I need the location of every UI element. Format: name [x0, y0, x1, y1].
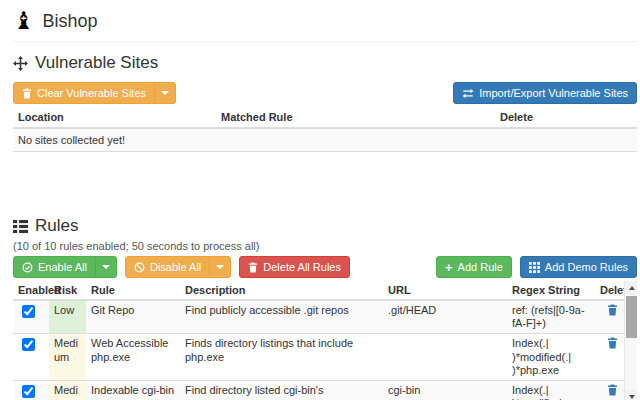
rule-risk-cell: Medium [49, 380, 86, 400]
column-header-url: URL [383, 281, 507, 300]
th-grid-icon [529, 262, 540, 273]
clear-vulnerable-sites-button-group: Clear Vulnerable Sites [13, 82, 176, 104]
rule-name-cell: Git Repo [86, 300, 180, 334]
move-icon [13, 56, 28, 71]
vulnerable-sites-title: Vulnerable Sites [35, 53, 158, 73]
rules-summary: (10 of 10 rules enabled; 50 seconds to p… [13, 240, 637, 252]
delete-rule-button[interactable] [607, 337, 618, 352]
column-header-delete: Delete [595, 281, 624, 300]
rule-description-cell: Finds directory listings that include ph… [180, 334, 383, 381]
add-demo-rules-label: Add Demo Rules [545, 260, 628, 274]
rules-heading: Rules [13, 216, 637, 236]
column-header-matched-rule: Matched Rule [216, 107, 495, 128]
rules-scrollbar[interactable] [624, 281, 637, 400]
column-header-regex-string: Regex String [507, 281, 595, 300]
caret-down-icon [161, 91, 169, 95]
vulnerable-sites-header-row: Location Matched Rule Delete [13, 107, 637, 128]
app-header: ♝ Bishop [13, 10, 637, 32]
import-export-vulnerable-sites-button[interactable]: Import/Export Vulnerable Sites [453, 82, 637, 104]
scrollbar-up-button[interactable] [625, 281, 637, 294]
scrollbar-thumb[interactable] [626, 296, 637, 338]
rule-delete-cell [595, 380, 624, 400]
enable-all-label: Enable All [38, 260, 87, 274]
clear-vulnerable-sites-label: Clear Vulnerable Sites [37, 86, 146, 100]
rule-name-cell: Indexable cgi-bin [86, 380, 180, 400]
rule-regex-cell: ref: (refs|[0-9a-fA-F]+) [507, 300, 595, 334]
trash-icon [22, 88, 32, 99]
disable-all-button-group: Disable All [125, 256, 231, 278]
disable-all-caret-button[interactable] [209, 256, 231, 278]
vulnerable-sites-heading: Vulnerable Sites [13, 53, 637, 73]
ok-circle-icon [22, 262, 33, 273]
rule-name-cell: Web Accessible php.exe [86, 334, 180, 381]
scrollbar-down-button[interactable] [625, 390, 637, 400]
rule-enabled-checkbox[interactable] [22, 338, 35, 351]
import-export-vulnerable-sites-label: Import/Export Vulnerable Sites [479, 86, 628, 100]
rule-risk-cell: Medium [49, 334, 86, 381]
rules-table: Enabled Risk Rule Description URL Regex … [13, 281, 624, 400]
rule-url-cell: cgi-bin [383, 380, 507, 400]
enable-all-button-group: Enable All [13, 256, 117, 278]
column-header-enabled: Enabled [13, 281, 49, 300]
trash-icon [607, 337, 618, 349]
rules-toolbar: Enable All Disable All Delete All Rul [13, 256, 637, 278]
add-rule-label: Add Rule [458, 260, 503, 274]
delete-rule-button[interactable] [607, 304, 618, 319]
column-header-risk: Risk [49, 281, 86, 300]
plus-icon: + [445, 262, 453, 273]
rule-enabled-cell [13, 300, 49, 334]
arrow-down-icon [629, 395, 635, 399]
transfer-icon [462, 88, 474, 99]
add-demo-rules-button[interactable]: Add Demo Rules [520, 256, 637, 278]
bishop-chess-icon: ♝ [13, 10, 35, 32]
rules-title: Rules [35, 216, 78, 236]
empty-sites-message: No sites collected yet! [13, 128, 637, 152]
vulnerable-sites-table: Location Matched Rule Delete No sites co… [13, 107, 637, 152]
rule-risk-cell: Low [49, 300, 86, 334]
column-header-description: Description [180, 281, 383, 300]
rule-enabled-checkbox[interactable] [22, 305, 35, 318]
column-header-delete: Delete [495, 107, 637, 128]
column-header-rule: Rule [86, 281, 180, 300]
clear-vulnerable-sites-button[interactable]: Clear Vulnerable Sites [13, 82, 155, 104]
delete-rule-button[interactable] [607, 384, 618, 399]
arrow-up-icon [629, 286, 635, 290]
rule-row: Low Git Repo Find publicly accessible .g… [13, 300, 624, 334]
rule-regex-cell: Index(.| )*modified [507, 380, 595, 400]
trash-icon [607, 384, 618, 396]
trash-icon [607, 304, 618, 316]
rules-header-row: Enabled Risk Rule Description URL Regex … [13, 281, 624, 300]
rule-url-cell: .git/HEAD [383, 300, 507, 334]
vulnerable-sites-toolbar: Clear Vulnerable Sites Import/Export Vul… [13, 82, 637, 104]
rules-section: Rules (10 of 10 rules enabled; 50 second… [13, 216, 637, 400]
rule-delete-cell [595, 300, 624, 334]
rule-description-cell: Find publicly accessible .git repos [180, 300, 383, 334]
rule-row: Medium Web Accessible php.exe Finds dire… [13, 334, 624, 381]
empty-sites-row: No sites collected yet! [13, 128, 637, 152]
rule-regex-cell: Index(.| )*modified(.| )*php.exe [507, 334, 595, 381]
delete-all-rules-button[interactable]: Delete All Rules [239, 256, 350, 278]
ban-circle-icon [134, 262, 145, 273]
disable-all-button[interactable]: Disable All [125, 256, 210, 278]
enable-all-caret-button[interactable] [95, 256, 117, 278]
rule-delete-cell [595, 334, 624, 381]
delete-all-rules-label: Delete All Rules [263, 260, 341, 274]
header-divider [13, 41, 637, 42]
clear-vulnerable-sites-caret-button[interactable] [154, 82, 176, 104]
rule-enabled-cell [13, 380, 49, 400]
rule-enabled-cell [13, 334, 49, 381]
rule-enabled-checkbox[interactable] [22, 385, 35, 398]
caret-down-icon [102, 265, 110, 269]
caret-down-icon [216, 265, 224, 269]
app-title: Bishop [43, 11, 98, 32]
th-list-icon [13, 219, 28, 234]
add-rule-button[interactable]: + Add Rule [436, 256, 512, 278]
vulnerable-sites-section: Vulnerable Sites Clear Vulnerable Sites … [13, 53, 637, 152]
rules-table-body: Low Git Repo Find publicly accessible .g… [13, 300, 624, 400]
trash-icon [248, 262, 258, 273]
column-header-location: Location [13, 107, 216, 128]
enable-all-button[interactable]: Enable All [13, 256, 96, 278]
rule-url-cell [383, 334, 507, 381]
disable-all-label: Disable All [150, 260, 201, 274]
rule-row: Medium Indexable cgi-bin Find directory … [13, 380, 624, 400]
